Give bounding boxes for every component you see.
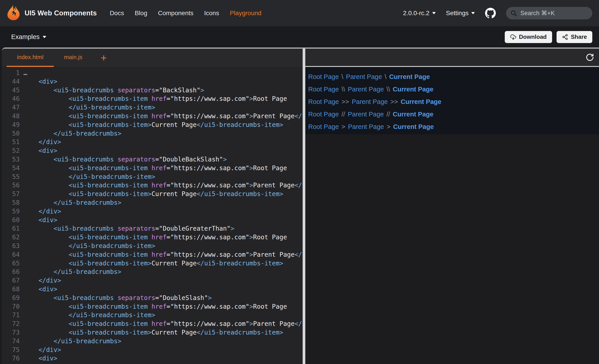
breadcrumb-link[interactable]: Root Page [308, 111, 339, 118]
breadcrumb-separator: > [387, 123, 390, 130]
line-number: 61 [2, 224, 20, 233]
playground-main: index.htmlmain.js + 1…44 <div>45 <ui5-br… [2, 48, 599, 364]
code-line-48: 48 <ui5-breadcrumbs-item href="https://w… [2, 112, 303, 121]
breadcrumb-link[interactable]: Root Page [308, 73, 339, 81]
code-line-70: 70 <ui5-breadcrumbs-item href="https://w… [2, 302, 303, 311]
breadcrumb-current[interactable]: Current Page [389, 73, 430, 81]
code-line-60: 60 <div> [2, 216, 303, 225]
code-line-61: 61 <ui5-breadcrumbs separators="DoubleGr… [2, 224, 303, 233]
line-number: 70 [2, 302, 20, 311]
line-number: 71 [2, 311, 20, 320]
code-line-52: 52 <div> [2, 146, 303, 155]
code-line-47: 47 </ui5-breadcrumbs-item> [2, 103, 303, 112]
code-line-68: 68 <div> [2, 285, 303, 294]
code-line-49: 49 <ui5-breadcrumbs-item>Current Page</u… [2, 121, 303, 129]
breadcrumb-link[interactable]: Parent Page [348, 111, 384, 118]
breadcrumb-link[interactable]: Root Page [308, 86, 339, 93]
line-number: 55 [2, 173, 20, 181]
chevron-down-icon [471, 12, 475, 14]
navbar-right: 2.0.0-rc.2 Settings Search ⌘+K [403, 7, 592, 19]
line-number: 67 [2, 276, 20, 285]
breadcrumb-example-row-3: Root Page>>Parent Page>>Current Page [308, 95, 599, 108]
line-number: 62 [2, 233, 20, 242]
refresh-icon[interactable] [586, 53, 594, 62]
code-line-66: 66 </ui5-breadcrumbs> [2, 268, 303, 276]
brand-title: UI5 Web Components [25, 9, 97, 17]
share-icon [562, 34, 568, 40]
breadcrumb-separator: // [386, 111, 390, 118]
ui5-phoenix-logo-icon [7, 4, 21, 22]
breadcrumb-current[interactable]: Current Page [401, 98, 441, 105]
line-number: 56 [2, 181, 20, 190]
code-line-46: 46 <ui5-breadcrumbs-item href="https://w… [2, 94, 303, 103]
brand[interactable]: UI5 Web Components [7, 4, 97, 22]
line-number: 51 [2, 138, 20, 146]
toolbar-buttons: Download Share [505, 31, 592, 43]
line-number: 68 [2, 285, 20, 294]
breadcrumb-current[interactable]: Current Page [393, 86, 433, 93]
line-number: 59 [2, 207, 20, 216]
line-number: 73 [2, 328, 20, 337]
search-placeholder: Search ⌘+K [520, 9, 555, 17]
search-input[interactable]: Search ⌘+K [506, 7, 592, 19]
line-number: 72 [2, 320, 20, 328]
code-line-59: 59 </div> [2, 207, 303, 216]
breadcrumb-separator: \ [385, 73, 386, 81]
code-line-44: 44 <div> [2, 77, 303, 86]
chevron-down-icon [43, 36, 46, 38]
line-number: 64 [2, 250, 20, 259]
nav-link-icons[interactable]: Icons [204, 9, 219, 17]
preview-result: Root Page\Parent Page\Current PageRoot P… [305, 67, 599, 134]
breadcrumb-link[interactable]: Parent Page [348, 123, 384, 130]
breadcrumb-separator: > [342, 123, 345, 130]
breadcrumb-link[interactable]: Parent Page [348, 86, 384, 93]
code-line-54: 54 <ui5-breadcrumbs-item href="https://w… [2, 164, 303, 173]
code-editor[interactable]: 1…44 <div>45 <ui5-breadcrumbs separators… [2, 67, 303, 364]
line-number: 69 [2, 294, 20, 302]
breadcrumb-separator: \\ [386, 86, 390, 93]
code-line-56: 56 <ui5-breadcrumbs-item href="https://w… [2, 181, 303, 190]
line-number: 76 [2, 354, 20, 363]
nav-link-blog[interactable]: Blog [135, 9, 147, 17]
chevron-down-icon [432, 12, 436, 14]
settings-dropdown[interactable]: Settings [446, 9, 475, 17]
download-button[interactable]: Download [505, 31, 552, 43]
code-line-57: 57 <ui5-breadcrumbs-item>Current Page</u… [2, 190, 303, 198]
code-editor-pane: index.htmlmain.js + 1…44 <div>45 <ui5-br… [2, 49, 303, 364]
breadcrumb-separator: // [342, 111, 345, 118]
github-link[interactable] [485, 8, 496, 18]
examples-label: Examples [11, 33, 40, 41]
nav-link-docs[interactable]: Docs [110, 9, 124, 17]
line-number: 74 [2, 337, 20, 346]
code-line-73: 73 <ui5-breadcrumbs-item>Current Page</u… [2, 328, 303, 337]
tab-main.js[interactable]: main.js [54, 49, 93, 67]
breadcrumb-current[interactable]: Current Page [393, 111, 433, 118]
app-root: UI5 Web Components DocsBlogComponentsIco… [0, 0, 599, 364]
add-file-button[interactable]: + [98, 49, 109, 67]
code-line-64: 64 <ui5-breadcrumbs-item href="https://w… [2, 250, 303, 259]
github-icon [485, 8, 496, 18]
code-line-65: 65 <ui5-breadcrumbs-item>Current Page</u… [2, 259, 303, 268]
breadcrumb-link[interactable]: Root Page [308, 98, 339, 105]
code-line-67: 67 </div> [2, 276, 303, 285]
share-label: Share [571, 34, 587, 40]
line-number: 47 [2, 103, 20, 112]
pane-splitter[interactable] [303, 49, 305, 364]
nav-link-playground[interactable]: Playground [230, 9, 262, 17]
breadcrumb-link[interactable]: Parent Page [346, 73, 382, 81]
line-number: 46 [2, 94, 20, 103]
line-number: 57 [2, 190, 20, 198]
breadcrumb-link[interactable]: Root Page [308, 123, 339, 130]
examples-dropdown[interactable]: Examples [11, 33, 46, 41]
code-line-72: 72 <ui5-breadcrumbs-item href="https://w… [2, 320, 303, 328]
breadcrumb-link[interactable]: Parent Page [352, 98, 388, 105]
version-dropdown[interactable]: 2.0.0-rc.2 [403, 9, 436, 17]
code-line-1: 1… [2, 69, 303, 77]
line-number: 48 [2, 112, 20, 121]
cloud-download-icon [510, 34, 516, 40]
code-line-53: 53 <ui5-breadcrumbs separators="DoubleBa… [2, 155, 303, 164]
share-button[interactable]: Share [556, 31, 592, 43]
breadcrumb-current[interactable]: Current Page [393, 123, 434, 130]
tab-index.html[interactable]: index.html [7, 49, 54, 67]
nav-link-components[interactable]: Components [158, 9, 194, 17]
